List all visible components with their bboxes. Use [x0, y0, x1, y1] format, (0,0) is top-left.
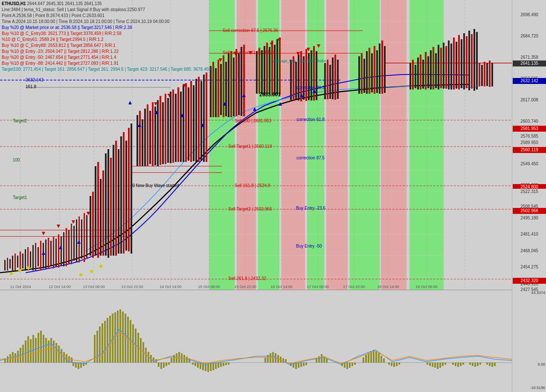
svg-rect-318 [375, 351, 377, 363]
svg-rect-104 [172, 89, 174, 163]
svg-rect-297 [186, 357, 188, 363]
macd-panel: MACD(MACD(12,26,9)) 3.6606 4.6280 -0.967… [0, 290, 529, 392]
svg-rect-82 [113, 145, 114, 256]
svg-rect-314 [365, 355, 367, 363]
price-2454: 2454.275 [513, 264, 546, 270]
svg-rect-105 [175, 94, 177, 162]
svg-rect-88 [128, 128, 130, 251]
svg-rect-261 [61, 349, 62, 363]
svg-rect-53 [38, 247, 39, 266]
sell-1618: Sell 161.8 | 2524.8 [235, 183, 270, 188]
svg-rect-60 [55, 239, 57, 266]
line-count: Line:3484 | [2, 7, 24, 12]
svg-rect-65 [68, 230, 70, 263]
svg-rect-76 [97, 162, 99, 258]
svg-rect-366 [427, 363, 428, 365]
svg-rect-349 [293, 363, 294, 368]
time-17oct-a: 17 Oct 06:00 [307, 285, 329, 289]
svg-rect-383 [479, 363, 481, 365]
svg-rect-43 [12, 256, 13, 271]
svg-rect-375 [455, 363, 456, 366]
svg-rect-74 [92, 192, 94, 258]
svg-rect-321 [383, 358, 385, 363]
svg-rect-374 [452, 363, 454, 365]
svg-rect-78 [102, 170, 104, 256]
svg-rect-277 [122, 311, 124, 363]
svg-rect-64 [66, 228, 67, 266]
price-2576: 2576.585 [513, 133, 546, 139]
p100-label: 100 [13, 158, 20, 162]
svg-rect-313 [363, 357, 364, 363]
macd-axis-min: -10.5196 [530, 386, 545, 390]
price-2581: 2581.953 [513, 126, 546, 132]
svg-rect-268 [99, 326, 101, 363]
svg-text:◆: ◆ [90, 268, 94, 274]
svg-rect-330 [163, 363, 165, 368]
svg-rect-346 [225, 363, 227, 365]
svg-rect-320 [380, 356, 382, 363]
svg-rect-359 [351, 363, 353, 366]
buy-line3: Buy %20 @ Market price or at: 2536.58 ||… [2, 25, 510, 31]
svg-rect-351 [298, 363, 299, 368]
svg-rect-384 [486, 363, 488, 365]
svg-rect-81 [110, 158, 112, 256]
svg-rect-113 [195, 79, 197, 162]
fsb-label: 2632.142 [26, 78, 44, 82]
targets-line: Target100: 2771.454 | Target 161: 2856.6… [2, 66, 510, 72]
svg-text:◆: ◆ [79, 271, 83, 277]
svg-text:▼: ▼ [181, 82, 187, 89]
current-price-label: 2641.135 [513, 61, 546, 66]
svg-rect-106 [177, 87, 179, 162]
svg-rect-240 [7, 356, 9, 363]
svg-rect-322 [73, 363, 74, 366]
info-bar: ETHUSD,H1 2644.647 2645.301 2641.135 264… [0, 0, 512, 73]
time-16oct: 16 Oct 14:00 [270, 285, 293, 289]
new-buy-wave: 0 New Buy Wave started [132, 183, 179, 188]
buy-line9: Buy %10 @ Entry -88: 2414.442 || Target:… [2, 61, 510, 66]
svg-rect-328 [158, 363, 160, 367]
svg-rect-299 [264, 357, 266, 363]
svg-rect-324 [78, 363, 79, 369]
price-axis: 2698.490 2684.720 2671.358 2657.585 2641… [512, 0, 546, 392]
svg-rect-103 [170, 92, 171, 163]
price-2549: 2549.450 [513, 161, 546, 167]
svg-rect-41 [7, 258, 8, 271]
svg-rect-385 [489, 363, 491, 366]
svg-rect-107 [180, 92, 182, 162]
svg-rect-253 [40, 331, 42, 363]
corr-875: correction 87.5 [296, 156, 325, 160]
macd-svg [0, 290, 512, 392]
svg-rect-386 [491, 363, 493, 367]
svg-rect-372 [442, 363, 444, 366]
svg-rect-387 [494, 363, 496, 366]
svg-rect-376 [457, 363, 459, 367]
price-2502: 2502.966 [513, 208, 546, 214]
time-11oct: 11 Oct 2024 [10, 285, 31, 289]
svg-text:◆: ◆ [9, 270, 14, 276]
svg-rect-368 [432, 363, 433, 367]
svg-rect-363 [393, 363, 395, 367]
svg-rect-58 [50, 241, 52, 266]
svg-text:▼: ▼ [55, 222, 61, 229]
svg-text:▼: ▼ [70, 218, 76, 225]
svg-rect-247 [25, 340, 26, 363]
svg-rect-301 [270, 353, 271, 363]
svg-rect-110 [188, 87, 189, 161]
target1-label: Target1 [13, 195, 27, 200]
svg-rect-66 [71, 224, 72, 264]
corr-618: correction 61.8 [296, 117, 325, 122]
price-2495: 2495.180 [513, 215, 546, 221]
macd-axis-max: 43.3374 [531, 291, 545, 295]
svg-rect-117 [206, 72, 207, 162]
sell-target1: Sell Target1 | 2560.119 [228, 144, 272, 149]
svg-rect-342 [215, 363, 217, 369]
svg-text:◆: ◆ [99, 263, 103, 269]
svg-rect-333 [192, 363, 194, 365]
svg-rect-358 [349, 363, 351, 368]
svg-rect-260 [58, 346, 60, 363]
svg-rect-360 [354, 363, 356, 365]
buy-entry-236: Buy Entry -23.6 [296, 206, 325, 210]
time-17oct-b: 17 Oct 22:00 [343, 285, 365, 289]
svg-rect-120 [215, 68, 217, 117]
svg-rect-271 [107, 318, 108, 363]
